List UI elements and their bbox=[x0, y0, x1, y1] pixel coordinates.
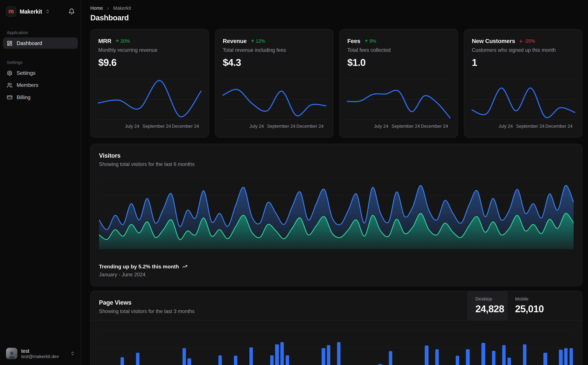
user-menu[interactable]: test test@makerkit.dev bbox=[3, 345, 78, 361]
user-email: test@makerkit.dev bbox=[21, 354, 59, 359]
bar bbox=[502, 345, 506, 365]
bar bbox=[285, 355, 289, 365]
bar bbox=[322, 348, 325, 365]
trend-badge: 9% bbox=[364, 38, 376, 44]
stat-value: $4.3 bbox=[223, 56, 325, 68]
gear-icon bbox=[7, 70, 12, 76]
stat-card-fees: Fees 9% Total fees collected $1.0 July 2… bbox=[339, 29, 458, 138]
breadcrumb: Home Makerkit bbox=[90, 5, 582, 11]
sidebar-item-dashboard[interactable]: Dashboard bbox=[3, 37, 78, 49]
stat-value: 1 bbox=[472, 56, 574, 68]
stat-title: Fees bbox=[347, 38, 360, 44]
sidebar-item-settings[interactable]: Settings bbox=[3, 67, 78, 79]
stat-card-mrr: MRR 20% Monthly recurring revenue $9.6 J… bbox=[90, 29, 209, 138]
chevrons-up-down-icon bbox=[70, 351, 75, 356]
bar bbox=[187, 358, 191, 365]
page-views-card: Page Views Showing total visitors for th… bbox=[90, 291, 582, 365]
toggle-label: Mobile bbox=[515, 296, 582, 302]
revenue-line-chart bbox=[223, 78, 325, 120]
sidebar-item-billing[interactable]: Billing bbox=[3, 91, 78, 103]
app-root: m Makerkit Application Dashboard Setting… bbox=[0, 0, 588, 365]
trend-badge: 20% bbox=[115, 38, 130, 44]
bar bbox=[234, 356, 237, 365]
visitors-title: Visitors bbox=[99, 152, 574, 159]
toggle-mobile[interactable]: Mobile 25,010 bbox=[507, 291, 582, 320]
workspace-selector[interactable]: m Makerkit bbox=[3, 5, 78, 18]
sidebar-item-label: Dashboard bbox=[17, 40, 42, 46]
visitors-area-chart bbox=[99, 177, 574, 250]
bar bbox=[523, 344, 526, 365]
workspace-name: Makerkit bbox=[20, 8, 42, 14]
visitors-card: Visitors Showing total visitors for the … bbox=[90, 144, 582, 286]
bar bbox=[564, 348, 568, 365]
bar bbox=[136, 353, 139, 365]
page-views-bar-chart bbox=[99, 321, 574, 365]
toggle-desktop[interactable]: Desktop 24,828 bbox=[467, 291, 507, 320]
page-title: Dashboard bbox=[90, 14, 582, 22]
bar bbox=[425, 345, 428, 365]
bar bbox=[492, 351, 495, 365]
stat-subtitle: Total fees collected bbox=[347, 47, 450, 53]
visitors-trend-line: Trending up by 5.2% this month bbox=[99, 263, 574, 270]
layout-dashboard-icon bbox=[7, 40, 12, 46]
x-axis-labels: July 24 September 24 December 24 bbox=[223, 124, 325, 130]
bar bbox=[389, 351, 392, 365]
bar bbox=[559, 350, 562, 365]
toggle-value: 25,010 bbox=[515, 303, 582, 315]
sidebar-item-label: Billing bbox=[17, 94, 31, 100]
toggle-value: 24,828 bbox=[475, 303, 507, 315]
stat-card-revenue: Revenue 12% Total revenue including fees… bbox=[215, 29, 333, 138]
page-views-header: Page Views Showing total visitors for th… bbox=[91, 291, 582, 321]
stat-subtitle: Customers who signed up this month bbox=[472, 47, 574, 53]
stat-subtitle: Total revenue including fees bbox=[223, 47, 325, 53]
users-icon bbox=[7, 82, 12, 88]
fees-line-chart bbox=[347, 78, 450, 120]
new-customers-line-chart bbox=[472, 78, 574, 120]
stat-value: $9.6 bbox=[98, 56, 201, 68]
sidebar-item-members[interactable]: Members bbox=[3, 79, 78, 91]
stat-cards-row: MRR 20% Monthly recurring revenue $9.6 J… bbox=[90, 29, 582, 138]
breadcrumb-current: Makerkit bbox=[113, 6, 131, 11]
bell-icon[interactable] bbox=[69, 8, 75, 14]
breadcrumb-home[interactable]: Home bbox=[90, 6, 103, 11]
chevrons-up-down-icon bbox=[46, 9, 50, 14]
makerkit-logo: m bbox=[6, 6, 16, 17]
sidebar-section-application: Application bbox=[7, 30, 74, 35]
stat-subtitle: Monthly recurring revenue bbox=[98, 47, 201, 53]
bar bbox=[378, 364, 382, 365]
x-axis-labels: July 24 September 24 December 24 bbox=[98, 124, 201, 130]
trend-badge: 12% bbox=[250, 38, 265, 44]
x-axis-labels: July 24 September 24 December 24 bbox=[472, 124, 574, 130]
page-views-title: Page Views bbox=[99, 299, 459, 306]
bar bbox=[569, 348, 573, 365]
page-views-subtitle: Showing total visitors for the last 3 mo… bbox=[99, 309, 459, 314]
stat-card-new-customers: New Customers -25% Customers who signed … bbox=[464, 29, 582, 138]
bar bbox=[507, 358, 511, 365]
sidebar-item-label: Settings bbox=[17, 70, 35, 76]
credit-card-icon bbox=[7, 94, 12, 100]
sidebar-item-label: Members bbox=[17, 82, 38, 88]
chevron-right-icon bbox=[106, 6, 110, 10]
bar bbox=[544, 353, 547, 365]
bar bbox=[280, 342, 284, 365]
visitors-subtitle: Showing total visitors for the last 6 mo… bbox=[99, 161, 574, 167]
user-name: test bbox=[21, 348, 59, 354]
bar bbox=[482, 343, 485, 365]
user-avatar bbox=[6, 348, 18, 359]
bar bbox=[275, 344, 279, 365]
bar bbox=[466, 349, 470, 365]
stat-value: $1.0 bbox=[347, 56, 450, 68]
trend-badge: -25% bbox=[519, 38, 535, 44]
bar bbox=[456, 356, 459, 365]
bar bbox=[249, 347, 253, 365]
bar bbox=[270, 355, 274, 365]
stat-title: Revenue bbox=[223, 38, 247, 44]
bar bbox=[435, 349, 439, 365]
bar bbox=[120, 357, 124, 365]
trending-up-icon bbox=[182, 264, 187, 269]
sidebar: m Makerkit Application Dashboard Setting… bbox=[0, 0, 81, 365]
bar bbox=[219, 355, 222, 365]
bar bbox=[327, 345, 330, 365]
device-toggle-group: Desktop 24,828 Mobile 25,010 bbox=[467, 291, 582, 320]
main-content: Home Makerkit Dashboard MRR 20% Monthly … bbox=[81, 0, 588, 365]
